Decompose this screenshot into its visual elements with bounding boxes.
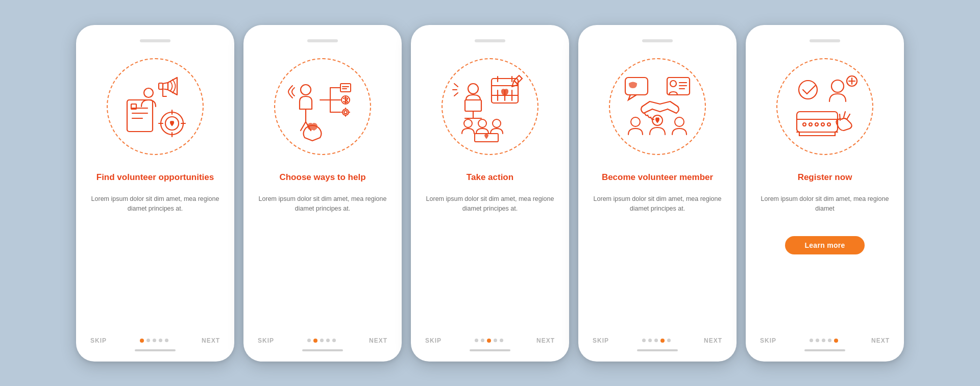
dot-1: [475, 339, 478, 342]
svg-point-57: [631, 117, 640, 126]
card-3-body: Lorem ipsum dolor sit dim amet, mea regi…: [423, 194, 557, 229]
svg-line-50: [454, 93, 458, 96]
card-5-nav: SKIP NEXT: [758, 337, 892, 344]
dot-3: [654, 339, 658, 342]
card-3-dots: [475, 339, 503, 343]
phone-card-3: Take action Lorem ipsum dolor sit dim am…: [411, 25, 569, 362]
card-4-nav: SKIP NEXT: [591, 337, 724, 344]
dot-4: [828, 339, 831, 342]
svg-point-67: [803, 123, 806, 126]
svg-point-53: [670, 81, 676, 87]
illustration-4: [601, 50, 714, 163]
take-action-icon: [447, 63, 533, 150]
svg-point-70: [821, 123, 824, 126]
svg-point-46: [493, 119, 501, 127]
card-4-title: Become volunteer member: [602, 167, 713, 189]
card-2-body: Lorem ipsum dolor sit dim amet, mea regi…: [256, 194, 389, 229]
become-member-icon: [614, 63, 701, 150]
dot-4: [494, 339, 497, 342]
phone-card-4: Become volunteer member Lorem ipsum dolo…: [578, 25, 737, 362]
card-1-title: Find volunteer opportunities: [96, 167, 214, 189]
card-4-next[interactable]: NEXT: [704, 337, 722, 344]
svg-point-59: [675, 117, 684, 126]
dot-2: [146, 339, 150, 342]
svg-rect-41: [465, 100, 481, 111]
phones-container: Find volunteer opportunities Lorem ipsum…: [76, 25, 904, 362]
card-1-nav: SKIP NEXT: [88, 337, 222, 344]
dot-3: [320, 339, 324, 342]
dot-3: [487, 339, 491, 343]
card-4-body: Lorem ipsum dolor sit dim amet, mea regi…: [591, 194, 724, 229]
dot-5: [667, 339, 671, 342]
illustration-1: [99, 50, 211, 163]
card-2-skip[interactable]: SKIP: [258, 337, 274, 344]
svg-rect-21: [340, 84, 351, 92]
dot-4: [660, 339, 665, 343]
illustration-5: [769, 50, 881, 163]
dot-1: [307, 339, 311, 342]
svg-point-45: [478, 119, 486, 127]
svg-point-40: [468, 84, 478, 94]
svg-line-48: [454, 84, 458, 87]
svg-rect-0: [159, 83, 163, 89]
dot-4: [326, 339, 330, 342]
learn-more-button[interactable]: Learn more: [785, 236, 864, 254]
card-2-next[interactable]: NEXT: [369, 337, 387, 344]
card-5-next[interactable]: NEXT: [871, 337, 890, 344]
bottom-bar-4: [637, 349, 678, 351]
svg-point-69: [815, 123, 818, 126]
card-1-next[interactable]: NEXT: [202, 337, 220, 344]
illustration-2: [266, 50, 379, 163]
volunteer-opportunities-icon: [112, 63, 199, 150]
card-5-body: Lorem ipsum dolor sit dim amet, mea regi…: [758, 194, 892, 229]
illustration-3: [434, 50, 546, 163]
svg-point-44: [464, 119, 472, 127]
card-3-next[interactable]: NEXT: [536, 337, 555, 344]
svg-point-68: [809, 123, 812, 126]
svg-point-60: [831, 80, 844, 92]
dot-5: [834, 339, 838, 343]
svg-point-13: [301, 85, 311, 95]
dot-3: [153, 339, 156, 342]
phone-card-1: Find volunteer opportunities Lorem ipsum…: [76, 25, 234, 362]
bottom-bar-5: [804, 349, 845, 351]
svg-point-12: [144, 88, 153, 97]
bottom-bar-2: [302, 349, 343, 351]
svg-line-73: [844, 112, 845, 117]
card-2-nav: SKIP NEXT: [256, 337, 389, 344]
card-5-dots: [810, 339, 838, 343]
dot-5: [500, 339, 503, 342]
dot-2: [648, 339, 652, 342]
svg-point-26: [342, 109, 349, 115]
register-now-icon: [781, 63, 868, 150]
dot-1: [810, 339, 813, 342]
dot-5: [165, 339, 168, 342]
card-3-nav: SKIP NEXT: [423, 337, 557, 344]
svg-line-74: [847, 114, 850, 119]
bottom-bar-1: [135, 349, 176, 351]
svg-point-64: [799, 81, 817, 99]
card-1-dots: [140, 339, 168, 343]
card-4-dots: [642, 339, 671, 343]
dot-1: [642, 339, 646, 342]
dot-2: [313, 339, 317, 343]
card-1-skip[interactable]: SKIP: [90, 337, 107, 344]
card-3-title: Take action: [467, 167, 513, 189]
bottom-bar-3: [470, 349, 510, 351]
phone-card-5: Register now Lorem ipsum dolor sit dim a…: [746, 25, 904, 362]
svg-point-27: [344, 111, 347, 114]
dot-2: [816, 339, 819, 342]
choose-ways-icon: [279, 63, 366, 150]
card-5-skip[interactable]: SKIP: [760, 337, 776, 344]
dot-4: [159, 339, 162, 342]
dot-2: [481, 339, 484, 342]
card-3-skip[interactable]: SKIP: [425, 337, 442, 344]
card-2-title: Choose ways to help: [279, 167, 365, 189]
phone-card-2: Choose ways to help Lorem ipsum dolor si…: [243, 25, 402, 362]
dot-3: [822, 339, 825, 342]
card-1-body: Lorem ipsum dolor sit dim amet, mea regi…: [88, 194, 222, 229]
svg-rect-65: [797, 112, 838, 132]
card-5-title: Register now: [798, 167, 852, 189]
card-2-dots: [307, 339, 336, 343]
card-4-skip[interactable]: SKIP: [593, 337, 609, 344]
